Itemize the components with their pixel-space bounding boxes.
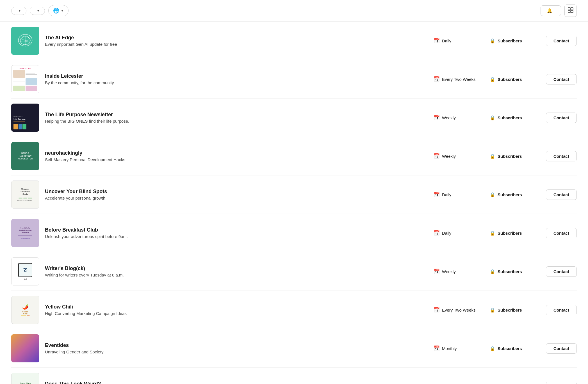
newsletter-meta-writers-blog: 📅Weekly🔒SubscribersContact (434, 266, 577, 277)
newsletter-meta-breakfast-club: 📅Daily🔒SubscribersContact (434, 228, 577, 238)
subscribers-label: Subscribers (498, 308, 522, 312)
sort-chevron-icon: ▼ (18, 9, 21, 12)
newsletter-info-neurohackingly: neurohackinglySelf-Mastery Personal Deve… (45, 150, 428, 162)
frequency-label: Daily (442, 38, 451, 43)
newsletter-info-blind-spots: Uncover Your Blind SpotsAccelerate your … (45, 189, 428, 200)
list-item: ☡ ψεδ Writer's Blog(ck)Writing for write… (11, 252, 577, 291)
contact-button-does-look-weird[interactable]: Contact (546, 382, 577, 384)
newsletter-title-breakfast-club: Before Breakfast Club (45, 227, 428, 233)
list-item: NEUROHACKINGLYNEWSLETTER neurohackinglyS… (11, 137, 577, 175)
subscribers-label: Subscribers (498, 77, 522, 82)
newsletter-desc-eventides: Unraveling Gender and Society (45, 349, 428, 354)
list-item: Newsletter Life Purpose The Life Purpose… (11, 99, 577, 137)
toolbar: ▼ ▼ 🌐 ▼ 🔔 (0, 0, 588, 22)
frequency-writers-blog: 📅Weekly (434, 268, 478, 275)
thumbnail-blind-spots: UncoverYour BlindSpots BLIND BLIND BLIND (11, 180, 39, 209)
newsletter-info-breakfast-club: Before Breakfast ClubUnleash your advent… (45, 227, 428, 239)
subscribers-ai-edge: 🔒Subscribers (490, 38, 535, 44)
newsletter-title-ai-edge: The AI Edge (45, 35, 428, 41)
thumbnail-breakfast-club: I could helpMarketing Appsdo better Subs… (11, 219, 39, 247)
thumbnail-yellow-chili: 🌶️ YellowChili (11, 296, 39, 324)
newsletter-desc-life-purpose: Helping the BIG ONES find their life pur… (45, 119, 428, 124)
list-item: I could helpMarketing Appsdo better Subs… (11, 214, 577, 252)
calendar-icon: 📅 (434, 268, 440, 275)
thumbnail-inside-leicester: GAZETTE (11, 65, 39, 93)
subscribers-neurohackingly: 🔒Subscribers (490, 154, 535, 159)
toolbar-right: 🔔 (541, 4, 577, 17)
svg-rect-3 (571, 10, 573, 13)
frequency-eventides: 📅Monthly (434, 345, 478, 351)
rate-dropdown[interactable]: ▼ (30, 7, 45, 15)
frequency-label: Monthly (442, 346, 457, 351)
newsletter-info-life-purpose: The Life Purpose NewsletterHelping the B… (45, 112, 428, 124)
newsletter-meta-ai-edge: 📅Daily🔒SubscribersContact (434, 36, 577, 46)
newsletter-desc-ai-edge: Every important Gen AI update for free (45, 42, 428, 47)
newsletter-title-writers-blog: Writer's Blog(ck) (45, 266, 428, 271)
grid-view-button[interactable] (564, 4, 577, 17)
rate-chevron-icon: ▼ (37, 9, 40, 12)
svg-rect-2 (568, 10, 570, 13)
contact-button-breakfast-club[interactable]: Contact (546, 228, 577, 238)
lock-icon: 🔒 (490, 307, 495, 313)
list-item: Does ThisLook Weird? Style Journal Does … (11, 368, 577, 384)
frequency-label: Daily (442, 192, 451, 197)
calendar-icon: 📅 (434, 38, 440, 44)
newsletter-desc-breakfast-club: Unleash your adventurous spirit before 9… (45, 234, 428, 239)
newsletter-title-does-look-weird: Does This Look Weird? (45, 381, 428, 384)
frequency-label: Weekly (442, 154, 456, 159)
lock-icon: 🔒 (490, 269, 495, 274)
lock-icon: 🔒 (490, 38, 495, 44)
subscribers-label: Subscribers (498, 38, 522, 43)
newsletter-desc-writers-blog: Writing for writers every Tuesday at 8 a… (45, 273, 428, 277)
sort-dropdown[interactable]: ▼ (11, 7, 26, 15)
newsletter-info-does-look-weird: Does This Look Weird?A personal style jo… (45, 381, 428, 384)
frequency-inside-leicester: 📅Every Two Weeks (434, 76, 478, 82)
newsletter-title-life-purpose: The Life Purpose Newsletter (45, 112, 428, 118)
bell-icon: 🔔 (547, 8, 552, 13)
subscribers-breakfast-club: 🔒Subscribers (490, 230, 535, 236)
contact-button-writers-blog[interactable]: Contact (546, 266, 577, 277)
newsletter-info-yellow-chili: Yellow ChiliHigh Converting Marketing Ca… (45, 304, 428, 316)
svg-point-6 (22, 37, 24, 38)
frequency-label: Weekly (442, 115, 456, 120)
language-dropdown[interactable]: 🌐 ▼ (48, 5, 69, 16)
subscribers-eventides: 🔒Subscribers (490, 346, 535, 351)
subscribers-label: Subscribers (498, 346, 522, 351)
globe-icon: 🌐 (53, 8, 59, 14)
newsletter-desc-inside-leicester: By the community, for the community. (45, 80, 428, 85)
lock-icon: 🔒 (490, 115, 495, 120)
email-alerts-button[interactable]: 🔔 (541, 5, 561, 16)
newsletter-title-inside-leicester: Inside Leicester (45, 73, 428, 79)
thumbnail-eventides (11, 334, 39, 362)
list-item: GAZETTE Inside LeicesterBy the community… (11, 60, 577, 99)
newsletter-meta-inside-leicester: 📅Every Two Weeks🔒SubscribersContact (434, 74, 577, 84)
newsletter-info-ai-edge: The AI EdgeEvery important Gen AI update… (45, 35, 428, 47)
subscribers-label: Subscribers (498, 154, 522, 159)
calendar-icon: 📅 (434, 191, 440, 198)
subscribers-yellow-chili: 🔒Subscribers (490, 307, 535, 313)
lock-icon: 🔒 (490, 346, 495, 351)
contact-button-life-purpose[interactable]: Contact (546, 113, 577, 123)
contact-button-inside-leicester[interactable]: Contact (546, 74, 577, 84)
contact-button-yellow-chili[interactable]: Contact (546, 305, 577, 315)
lock-icon: 🔒 (490, 154, 495, 159)
contact-button-blind-spots[interactable]: Contact (546, 189, 577, 200)
calendar-icon: 📅 (434, 76, 440, 82)
newsletter-title-eventides: Eventides (45, 342, 428, 348)
newsletter-desc-blind-spots: Accelerate your personal growth (45, 196, 428, 200)
contact-button-ai-edge[interactable]: Contact (546, 36, 577, 46)
newsletter-info-writers-blog: Writer's Blog(ck)Writing for writers eve… (45, 266, 428, 277)
contact-button-neurohackingly[interactable]: Contact (546, 151, 577, 161)
newsletter-list: The AI EdgeEvery important Gen AI update… (0, 22, 588, 384)
thumbnail-does-look-weird: Does ThisLook Weird? Style Journal (11, 373, 39, 384)
frequency-blind-spots: 📅Daily (434, 191, 478, 198)
contact-button-eventides[interactable]: Contact (546, 343, 577, 354)
subscribers-blind-spots: 🔒Subscribers (490, 192, 535, 197)
list-item: UncoverYour BlindSpots BLIND BLIND BLIND… (11, 175, 577, 214)
newsletter-meta-does-look-weird: 📅Weekly🔒SubscribersContact (434, 382, 577, 384)
subscribers-label: Subscribers (498, 231, 522, 236)
newsletter-info-eventides: EventidesUnraveling Gender and Society (45, 342, 428, 354)
newsletter-info-inside-leicester: Inside LeicesterBy the community, for th… (45, 73, 428, 85)
subscribers-label: Subscribers (498, 192, 522, 197)
lock-icon: 🔒 (490, 77, 495, 82)
